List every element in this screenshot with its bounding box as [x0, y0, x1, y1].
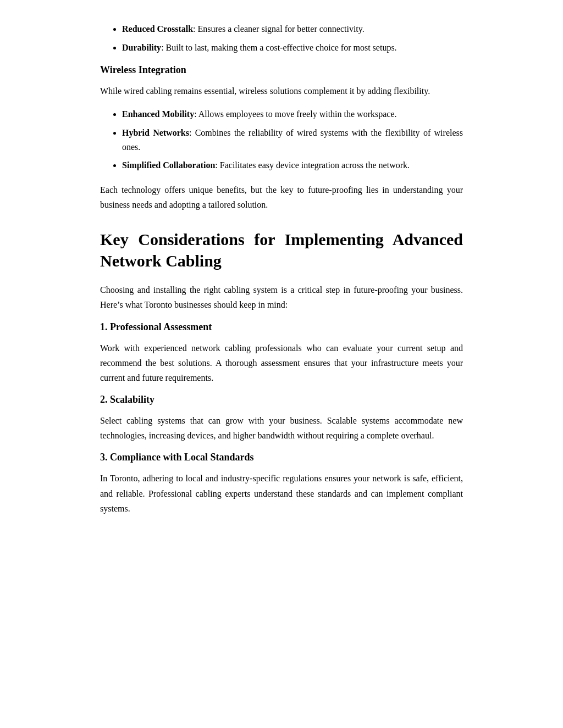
list-item: Hybrid Networks: Combines the reliabilit… — [122, 126, 463, 154]
consideration-1-number: 1. — [100, 321, 108, 332]
consideration-1: 1. Professional Assessment Work with exp… — [100, 321, 463, 386]
list-item: Reduced Crosstalk: Ensures a cleaner sig… — [122, 22, 463, 36]
bullet-description: : Facilitates easy device integration ac… — [215, 160, 410, 170]
bullet-description: : Ensures a cleaner signal for better co… — [193, 24, 365, 34]
consideration-1-heading: 1. Professional Assessment — [100, 321, 463, 333]
bullet-term: Reduced Crosstalk — [122, 24, 193, 34]
consideration-1-title: Professional Assessment — [110, 321, 212, 332]
consideration-3-title: Compliance with Local Standards — [110, 452, 254, 463]
consideration-3: 3. Compliance with Local Standards In To… — [100, 452, 463, 516]
bullet-term: Enhanced Mobility — [122, 109, 194, 119]
consideration-1-body: Work with experienced network cabling pr… — [100, 341, 463, 386]
key-considerations-section: Key Considerations for Implementing Adva… — [100, 229, 463, 516]
wireless-integration-intro: While wired cabling remains essential, w… — [100, 84, 463, 98]
consideration-2-body: Select cabling systems that can grow wit… — [100, 413, 463, 443]
bullet-term: Simplified Collaboration — [122, 160, 215, 170]
consideration-3-number: 3. — [100, 452, 108, 463]
bullet-term: Hybrid Networks — [122, 128, 189, 137]
wireless-integration-heading: Wireless Integration — [100, 64, 463, 76]
list-item: Durability: Built to last, making them a… — [122, 41, 463, 55]
list-item: Enhanced Mobility: Allows employees to m… — [122, 107, 463, 121]
page-content: Reduced Crosstalk: Ensures a cleaner sig… — [67, 0, 496, 558]
key-considerations-intro: Choosing and installing the right cablin… — [100, 282, 463, 312]
bullet-description: : Built to last, making them a cost-effe… — [161, 43, 397, 52]
consideration-2-heading: 2. Scalability — [100, 394, 463, 405]
consideration-2-number: 2. — [100, 394, 108, 405]
bullet-term: Durability — [122, 43, 161, 52]
consideration-2: 2. Scalability Select cabling systems th… — [100, 394, 463, 443]
bullet-description: : Allows employees to move freely within… — [194, 109, 396, 119]
wireless-bullet-list: Enhanced Mobility: Allows employees to m… — [100, 107, 463, 172]
consideration-3-body: In Toronto, adhering to local and indust… — [100, 471, 463, 516]
wireless-integration-closing: Each technology offers unique benefits, … — [100, 182, 463, 212]
top-bullet-list: Reduced Crosstalk: Ensures a cleaner sig… — [100, 22, 463, 54]
list-item: Simplified Collaboration: Facilitates ea… — [122, 158, 463, 173]
key-considerations-heading: Key Considerations for Implementing Adva… — [100, 229, 463, 271]
consideration-3-heading: 3. Compliance with Local Standards — [100, 452, 463, 463]
wireless-integration-section: Wireless Integration While wired cabling… — [100, 64, 463, 212]
consideration-2-title: Scalability — [110, 394, 154, 405]
